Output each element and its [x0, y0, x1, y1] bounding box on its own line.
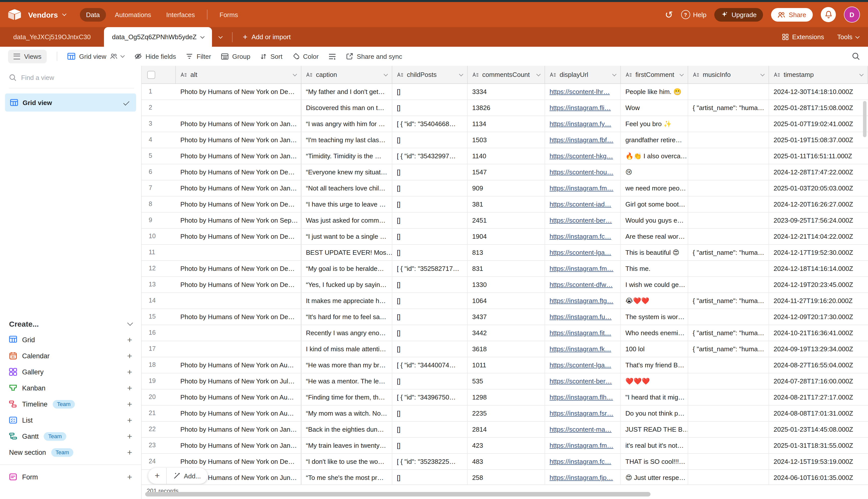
- cell-timestamp[interactable]: 2024-08-21T17:27:17.000Z: [769, 389, 868, 405]
- table-row[interactable]: 24Photo by Humans of New York on De…“I d…: [142, 454, 868, 470]
- display-url-link[interactable]: https://instagram.fm…: [549, 265, 613, 272]
- cell-timestamp[interactable]: 2024-12-19T20:23:45.000Z: [769, 277, 868, 292]
- cell-childPosts[interactable]: []: [392, 438, 468, 453]
- cell-alt[interactable]: Photo by Humans of New York on De…: [176, 277, 301, 292]
- cell-displayUrl[interactable]: https://instagram.fsr…: [545, 405, 621, 421]
- cell-commentsCount[interactable]: 535: [468, 373, 545, 389]
- cell-firstComment[interactable]: 😭❤️❤️: [621, 293, 688, 308]
- table-row[interactable]: 15Photo by Humans of New York on De…“It'…: [142, 309, 868, 325]
- cell-childPosts[interactable]: [ { "id": "35404668…: [392, 116, 468, 132]
- cell-displayUrl[interactable]: https://instagram.fit…: [545, 325, 621, 341]
- cell-musicInfo[interactable]: [688, 116, 769, 132]
- table-row[interactable]: 13Photo by Humans of New York on De…“Yes…: [142, 277, 868, 293]
- cell-alt[interactable]: Photo by Humans of New York on De…: [176, 164, 301, 180]
- cell-timestamp[interactable]: 2025-01-11T16:51:11.000Z: [769, 148, 868, 164]
- cell-musicInfo[interactable]: { "artist_name": "huma…: [688, 293, 769, 308]
- cell-musicInfo[interactable]: { "artist_name": "huma…: [688, 325, 769, 341]
- cell-timestamp[interactable]: 2024-12-28T17:47:22.000Z: [769, 164, 868, 180]
- cell-displayUrl[interactable]: https://scontent-iad…: [545, 196, 621, 212]
- table-row[interactable]: 16Recently I was angry eno…[]3442https:/…: [142, 325, 868, 341]
- table-row[interactable]: 9Photo by Humans of New York on Sep…Was …: [142, 212, 868, 229]
- display-url-link[interactable]: https://instagram.fm…: [549, 184, 613, 192]
- nav-tab-forms[interactable]: Forms: [213, 8, 244, 21]
- cell-commentsCount[interactable]: 2451: [468, 212, 545, 228]
- select-all-checkbox[interactable]: [147, 71, 155, 78]
- cell-musicInfo[interactable]: [688, 229, 769, 244]
- display-url-link[interactable]: https://scontent-lga…: [549, 361, 611, 369]
- cell-childPosts[interactable]: []: [392, 325, 468, 341]
- cell-firstComment[interactable]: Would you guys e…: [621, 212, 688, 228]
- add-or-import-button[interactable]: + Add or import: [243, 33, 291, 41]
- display-url-link[interactable]: https://instagram.ftg…: [549, 297, 613, 305]
- cell-firstComment[interactable]: That's my friend B…: [621, 357, 688, 373]
- cell-commentsCount[interactable]: 813: [468, 245, 545, 260]
- cell-commentsCount[interactable]: 1011: [468, 357, 545, 373]
- cell-alt[interactable]: Photo by Humans of New York on Au…: [176, 357, 301, 373]
- cell-caption[interactable]: Recently I was angry eno…: [301, 325, 392, 341]
- display-url-link[interactable]: https://instagram.fsr…: [549, 410, 613, 417]
- table-row[interactable]: 18Photo by Humans of New York on Au…“He …: [142, 357, 868, 373]
- cell-commentsCount[interactable]: 909: [468, 180, 545, 196]
- cell-displayUrl[interactable]: https://scontent-lga…: [545, 245, 621, 260]
- cell-alt[interactable]: Photo by Humans of New York on Jan…: [176, 116, 301, 132]
- sidebar-create-gantt[interactable]: GanttTeam+: [0, 428, 141, 444]
- cell-musicInfo[interactable]: [688, 261, 769, 276]
- column-header-musicInfo[interactable]: musicInfo: [688, 66, 769, 83]
- cell-commentsCount[interactable]: 3618: [468, 341, 545, 357]
- cell-caption[interactable]: It makes me appreciate h…: [301, 293, 392, 308]
- cell-commentsCount[interactable]: 1064: [468, 293, 545, 308]
- sort-button[interactable]: Sort: [260, 52, 283, 60]
- cell-timestamp[interactable]: 2023-09-25T17:56:24.000Z: [769, 212, 868, 228]
- plus-icon[interactable]: +: [127, 416, 132, 424]
- cell-firstComment[interactable]: ❤️❤️❤️: [621, 373, 688, 389]
- cell-alt[interactable]: Photo by Humans of New York on De…: [176, 196, 301, 212]
- cell-alt[interactable]: Photo by Humans of New York on Au…: [176, 405, 301, 421]
- column-header-alt[interactable]: alt: [176, 66, 301, 83]
- vertical-scrollbar[interactable]: [863, 101, 867, 137]
- table-row[interactable]: 8Photo by Humans of New York on De…“I ha…: [142, 196, 868, 212]
- display-url-link[interactable]: https://scontent-dfw…: [549, 281, 612, 289]
- cell-alt[interactable]: Photo by Humans of New York on Jan…: [176, 438, 301, 453]
- cell-firstComment[interactable]: 100 lol: [621, 341, 688, 357]
- avatar[interactable]: D: [844, 7, 860, 23]
- cell-alt[interactable]: Photo by Humans of New York on De…: [176, 261, 301, 276]
- cell-childPosts[interactable]: [ { "id": "35432997…: [392, 148, 468, 164]
- cell-caption[interactable]: “My goal is to be heralde…: [301, 261, 392, 276]
- cell-childPosts[interactable]: [ { "id": "35238225…: [392, 454, 468, 469]
- cell-firstComment[interactable]: we need more peo…: [621, 180, 688, 196]
- cell-commentsCount[interactable]: 2814: [468, 422, 545, 437]
- column-chevron-down-icon[interactable]: [459, 72, 463, 76]
- help-button[interactable]: ? Help: [681, 10, 707, 19]
- cell-timestamp[interactable]: 2024-12-15T19:53:19.000Z: [769, 454, 868, 469]
- cell-displayUrl[interactable]: https://scontent-lga…: [545, 357, 621, 373]
- column-header-firstComment[interactable]: firstComment: [621, 66, 688, 83]
- cell-displayUrl[interactable]: https://instagram.flh…: [545, 389, 621, 405]
- cell-caption[interactable]: Discovered this man on t…: [301, 100, 392, 115]
- cell-musicInfo[interactable]: [688, 422, 769, 437]
- cell-musicInfo[interactable]: [688, 438, 769, 453]
- cell-timestamp[interactable]: 2024-12-30T14:18:10.000Z: [769, 84, 868, 99]
- cell-displayUrl[interactable]: https://scontent-ber…: [545, 373, 621, 389]
- cell-musicInfo[interactable]: { "artist_name": "huma…: [688, 100, 769, 115]
- cell-firstComment[interactable]: "I heard that it mig…: [621, 389, 688, 405]
- cell-alt[interactable]: [176, 245, 301, 260]
- plus-icon[interactable]: +: [127, 336, 132, 344]
- cell-alt[interactable]: Photo by Humans of New York on Jan…: [176, 132, 301, 148]
- nav-tab-automations[interactable]: Automations: [109, 8, 157, 21]
- row-height-button[interactable]: [329, 53, 336, 60]
- cell-childPosts[interactable]: []: [392, 212, 468, 228]
- column-header-childPosts[interactable]: childPosts: [392, 66, 468, 83]
- cell-displayUrl[interactable]: https://instagram.fc…: [545, 229, 621, 244]
- cell-childPosts[interactable]: []: [392, 341, 468, 357]
- cell-caption[interactable]: “Not all teachers love chil…: [301, 180, 392, 196]
- display-url-link[interactable]: https://instagram.fk…: [549, 345, 611, 353]
- cell-commentsCount[interactable]: 1904: [468, 229, 545, 244]
- views-button[interactable]: Views: [8, 49, 47, 63]
- display-url-link[interactable]: https://instagram.fli…: [549, 104, 611, 112]
- cell-timestamp[interactable]: 2024-12-18T14:16:14.000Z: [769, 261, 868, 276]
- cell-musicInfo[interactable]: [688, 357, 769, 373]
- cell-commentsCount[interactable]: 1140: [468, 148, 545, 164]
- cell-childPosts[interactable]: [ { "id": "34440074…: [392, 357, 468, 373]
- cell-caption[interactable]: “To me she's the most pr…: [301, 470, 392, 485]
- sidebar-create-timeline[interactable]: TimelineTeam+: [0, 396, 141, 412]
